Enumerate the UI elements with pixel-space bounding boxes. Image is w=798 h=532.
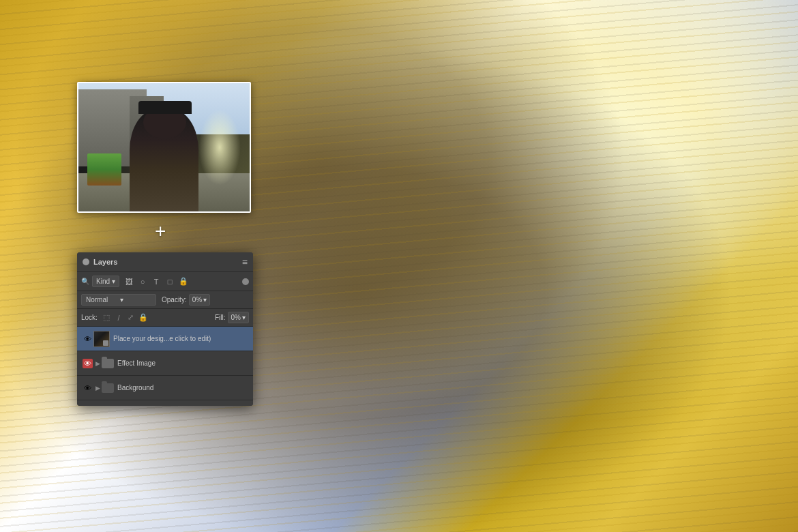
lock-icons: ⬚ / ⤢ 🔒 bbox=[102, 313, 148, 323]
lock-image-button[interactable]: / bbox=[114, 313, 123, 323]
filter-type-icon[interactable]: T bbox=[151, 276, 162, 287]
fill-input[interactable]: 0% ▾ bbox=[228, 312, 249, 323]
layer-visibility-toggle-effect[interactable]: 👁 bbox=[81, 357, 93, 370]
panel-close-button[interactable] bbox=[83, 258, 89, 265]
fill-section: Fill: 0% ▾ bbox=[215, 312, 249, 323]
fill-arrow: ▾ bbox=[242, 314, 246, 321]
opacity-input[interactable]: 0% ▾ bbox=[189, 294, 210, 306]
kind-filter-dropdown[interactable]: Kind ▾ bbox=[92, 276, 119, 287]
layers-menu-button[interactable]: ≡ bbox=[242, 256, 248, 267]
opacity-section: Opacity: 0% ▾ bbox=[162, 294, 210, 306]
filter-smart-icon[interactable]: 🔒 bbox=[178, 276, 189, 287]
layers-panel-title: Layers bbox=[93, 258, 117, 266]
layer-name-effect: Effect Image bbox=[117, 359, 249, 367]
lock-position-button[interactable]: ⤢ bbox=[126, 313, 136, 323]
layer-expand-effect[interactable]: ▶ bbox=[93, 359, 102, 368]
kind-dropdown-arrow: ▾ bbox=[112, 278, 115, 285]
eye-icon-background: 👁 bbox=[84, 384, 91, 392]
layer-visibility-toggle-background[interactable]: 👁 bbox=[81, 382, 93, 394]
filter-shape-icon[interactable]: □ bbox=[164, 276, 175, 287]
opacity-label: Opacity: bbox=[162, 296, 187, 304]
lock-transparent-button[interactable]: ⬚ bbox=[102, 313, 111, 323]
filter-image-icon[interactable]: 🖼 bbox=[123, 276, 134, 287]
layer-expand-background[interactable]: ▶ bbox=[93, 384, 102, 392]
plus-icon: + bbox=[155, 220, 166, 242]
layer-item-effect[interactable]: 👁 ▶ Effect Image bbox=[77, 351, 253, 376]
preview-thumbnail bbox=[77, 82, 251, 213]
filter-toggle-dot[interactable] bbox=[242, 278, 249, 285]
layers-panel-header: Layers ≡ bbox=[77, 252, 253, 272]
layer-thumbnail-effect bbox=[102, 359, 114, 368]
filter-adjustment-icon[interactable]: ○ bbox=[137, 276, 148, 287]
filter-row: 🔍 Kind ▾ 🖼 ○ T □ 🔒 bbox=[77, 272, 253, 291]
blend-mode-dropdown[interactable]: Normal ▾ bbox=[81, 294, 156, 306]
layer-name-design: Place your desig...e click to edit) bbox=[113, 335, 249, 342]
filter-icons-row: 🖼 ○ T □ 🔒 bbox=[123, 276, 189, 287]
layer-thumbnail-design bbox=[93, 331, 110, 347]
blend-dropdown-arrow: ▾ bbox=[120, 296, 151, 304]
layer-visibility-toggle-design[interactable]: 👁 bbox=[81, 333, 93, 345]
layer-thumbnail-background bbox=[102, 383, 114, 393]
panel-bottom-padding bbox=[77, 400, 253, 406]
lock-label: Lock: bbox=[81, 314, 98, 321]
lock-all-button[interactable]: 🔒 bbox=[138, 313, 148, 323]
layer-item-background[interactable]: 👁 ▶ Background bbox=[77, 376, 253, 400]
layers-panel: Layers ≡ 🔍 Kind ▾ 🖼 ○ T □ 🔒 Normal ▾ Opa… bbox=[77, 252, 253, 406]
eye-icon-effect: 👁 bbox=[83, 359, 93, 368]
eye-icon-design: 👁 bbox=[84, 335, 91, 343]
layer-name-background: Background bbox=[117, 384, 249, 391]
layer-item-design[interactable]: 👁 Place your desig...e click to edit) bbox=[77, 327, 253, 351]
search-icon: 🔍 bbox=[81, 278, 89, 285]
blend-mode-row: Normal ▾ Opacity: 0% ▾ bbox=[77, 291, 253, 309]
lock-row: Lock: ⬚ / ⤢ 🔒 Fill: 0% ▾ bbox=[77, 309, 253, 327]
opacity-arrow: ▾ bbox=[203, 296, 207, 304]
fill-label: Fill: bbox=[215, 314, 226, 321]
